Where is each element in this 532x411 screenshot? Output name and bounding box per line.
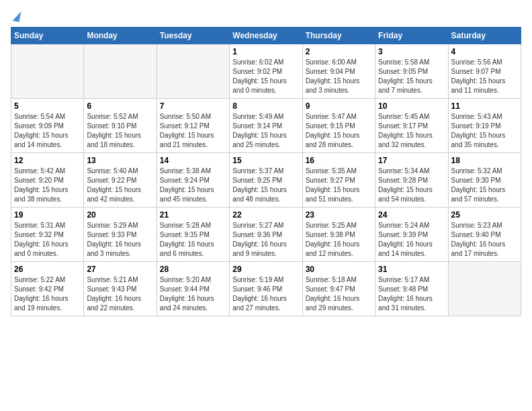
- calendar-cell: 7Sunrise: 5:50 AM Sunset: 9:12 PM Daylig…: [157, 99, 229, 153]
- day-number: 27: [87, 265, 153, 274]
- day-number: 30: [306, 265, 372, 274]
- calendar-cell: 31Sunrise: 5:17 AM Sunset: 9:48 PM Dayli…: [375, 262, 448, 316]
- day-info: Sunrise: 5:19 AM Sunset: 9:46 PM Dayligh…: [232, 275, 299, 313]
- day-number: 19: [14, 210, 81, 220]
- day-number: 9: [306, 101, 372, 111]
- day-number: 20: [87, 210, 153, 220]
- day-info: Sunrise: 5:17 AM Sunset: 9:48 PM Dayligh…: [378, 275, 445, 313]
- day-number: 3: [378, 47, 445, 56]
- day-number: 29: [232, 265, 299, 274]
- day-number: 25: [451, 210, 518, 220]
- day-number: 17: [378, 156, 445, 165]
- day-number: 1: [232, 47, 299, 56]
- day-number: 10: [378, 101, 445, 111]
- calendar-cell: 17Sunrise: 5:34 AM Sunset: 9:28 PM Dayli…: [375, 153, 448, 208]
- day-number: 23: [306, 210, 372, 220]
- calendar-cell: 30Sunrise: 5:18 AM Sunset: 9:47 PM Dayli…: [302, 262, 375, 316]
- day-info: Sunrise: 5:34 AM Sunset: 9:28 PM Dayligh…: [378, 167, 445, 204]
- day-number: 28: [160, 265, 226, 274]
- day-number: 11: [451, 101, 518, 111]
- calendar-cell: 8Sunrise: 5:49 AM Sunset: 9:14 PM Daylig…: [230, 99, 302, 153]
- calendar-cell: 1Sunrise: 6:02 AM Sunset: 9:02 PM Daylig…: [230, 44, 302, 99]
- day-info: Sunrise: 5:58 AM Sunset: 9:05 PM Dayligh…: [378, 58, 445, 95]
- day-info: Sunrise: 5:20 AM Sunset: 9:44 PM Dayligh…: [160, 275, 226, 313]
- day-info: Sunrise: 5:23 AM Sunset: 9:40 PM Dayligh…: [451, 221, 518, 259]
- calendar-cell: 18Sunrise: 5:32 AM Sunset: 9:30 PM Dayli…: [448, 153, 521, 208]
- day-info: Sunrise: 6:00 AM Sunset: 9:04 PM Dayligh…: [306, 58, 372, 95]
- calendar-week-1: 1Sunrise: 6:02 AM Sunset: 9:02 PM Daylig…: [11, 44, 521, 99]
- day-info: Sunrise: 5:56 AM Sunset: 9:07 PM Dayligh…: [451, 58, 518, 95]
- day-number: 8: [232, 101, 299, 111]
- day-number: 15: [232, 156, 299, 165]
- day-info: Sunrise: 5:49 AM Sunset: 9:14 PM Dayligh…: [232, 112, 299, 150]
- day-number: 7: [160, 101, 226, 111]
- logo: [11, 11, 20, 21]
- day-number: 31: [378, 265, 445, 274]
- day-number: 21: [160, 210, 226, 220]
- calendar-header-row: SundayMondayTuesdayWednesdayThursdayFrid…: [11, 28, 521, 44]
- day-info: Sunrise: 5:21 AM Sunset: 9:43 PM Dayligh…: [87, 275, 153, 313]
- day-info: Sunrise: 5:31 AM Sunset: 9:32 PM Dayligh…: [14, 221, 81, 259]
- day-info: Sunrise: 5:27 AM Sunset: 9:36 PM Dayligh…: [232, 221, 299, 259]
- calendar-cell: 20Sunrise: 5:29 AM Sunset: 9:33 PM Dayli…: [84, 208, 157, 262]
- calendar-cell: 24Sunrise: 5:24 AM Sunset: 9:39 PM Dayli…: [375, 208, 448, 262]
- day-number: 4: [451, 47, 518, 56]
- col-header-wednesday: Wednesday: [230, 28, 302, 44]
- calendar-week-3: 12Sunrise: 5:42 AM Sunset: 9:20 PM Dayli…: [11, 153, 521, 208]
- calendar-cell: 13Sunrise: 5:40 AM Sunset: 9:22 PM Dayli…: [84, 153, 157, 208]
- page-header: [11, 11, 521, 21]
- day-info: Sunrise: 5:18 AM Sunset: 9:47 PM Dayligh…: [306, 275, 372, 313]
- calendar-week-5: 26Sunrise: 5:22 AM Sunset: 9:42 PM Dayli…: [11, 262, 521, 316]
- day-info: Sunrise: 5:37 AM Sunset: 9:25 PM Dayligh…: [232, 167, 299, 204]
- day-number: 16: [306, 156, 372, 165]
- calendar-cell: 29Sunrise: 5:19 AM Sunset: 9:46 PM Dayli…: [230, 262, 302, 316]
- day-info: Sunrise: 5:42 AM Sunset: 9:20 PM Dayligh…: [14, 167, 81, 204]
- calendar-cell: 14Sunrise: 5:38 AM Sunset: 9:24 PM Dayli…: [157, 153, 229, 208]
- col-header-tuesday: Tuesday: [157, 28, 229, 44]
- day-info: Sunrise: 5:38 AM Sunset: 9:24 PM Dayligh…: [160, 167, 226, 204]
- calendar-cell: [11, 44, 84, 99]
- day-info: Sunrise: 5:40 AM Sunset: 9:22 PM Dayligh…: [87, 167, 153, 204]
- day-number: 18: [451, 156, 518, 165]
- day-number: 5: [14, 101, 81, 111]
- day-number: 13: [87, 156, 153, 165]
- day-info: Sunrise: 6:02 AM Sunset: 9:02 PM Dayligh…: [232, 58, 299, 95]
- calendar-cell: 2Sunrise: 6:00 AM Sunset: 9:04 PM Daylig…: [302, 44, 375, 99]
- col-header-sunday: Sunday: [11, 28, 84, 44]
- day-number: 24: [378, 210, 445, 220]
- calendar-cell: 10Sunrise: 5:45 AM Sunset: 9:17 PM Dayli…: [375, 99, 448, 153]
- day-number: 6: [87, 101, 153, 111]
- calendar-cell: 9Sunrise: 5:47 AM Sunset: 9:15 PM Daylig…: [302, 99, 375, 153]
- day-info: Sunrise: 5:29 AM Sunset: 9:33 PM Dayligh…: [87, 221, 153, 259]
- day-info: Sunrise: 5:52 AM Sunset: 9:10 PM Dayligh…: [87, 112, 153, 150]
- day-number: 14: [160, 156, 226, 165]
- calendar-table: SundayMondayTuesdayWednesdayThursdayFrid…: [11, 27, 521, 316]
- day-info: Sunrise: 5:32 AM Sunset: 9:30 PM Dayligh…: [451, 167, 518, 204]
- calendar-cell: 11Sunrise: 5:43 AM Sunset: 9:19 PM Dayli…: [448, 99, 521, 153]
- calendar-week-2: 5Sunrise: 5:54 AM Sunset: 9:09 PM Daylig…: [11, 99, 521, 153]
- calendar-cell: 21Sunrise: 5:28 AM Sunset: 9:35 PM Dayli…: [157, 208, 229, 262]
- calendar-cell: 22Sunrise: 5:27 AM Sunset: 9:36 PM Dayli…: [230, 208, 302, 262]
- calendar-cell: [84, 44, 157, 99]
- calendar-cell: 16Sunrise: 5:35 AM Sunset: 9:27 PM Dayli…: [302, 153, 375, 208]
- day-number: 2: [306, 47, 372, 56]
- col-header-thursday: Thursday: [302, 28, 375, 44]
- day-info: Sunrise: 5:28 AM Sunset: 9:35 PM Dayligh…: [160, 221, 226, 259]
- col-header-saturday: Saturday: [448, 28, 521, 44]
- day-info: Sunrise: 5:24 AM Sunset: 9:39 PM Dayligh…: [378, 221, 445, 259]
- day-info: Sunrise: 5:43 AM Sunset: 9:19 PM Dayligh…: [451, 112, 518, 150]
- calendar-cell: 25Sunrise: 5:23 AM Sunset: 9:40 PM Dayli…: [448, 208, 521, 262]
- day-number: 26: [14, 265, 81, 274]
- calendar-cell: 3Sunrise: 5:58 AM Sunset: 9:05 PM Daylig…: [375, 44, 448, 99]
- day-number: 22: [232, 210, 299, 220]
- day-info: Sunrise: 5:50 AM Sunset: 9:12 PM Dayligh…: [160, 112, 226, 150]
- calendar-cell: 4Sunrise: 5:56 AM Sunset: 9:07 PM Daylig…: [448, 44, 521, 99]
- calendar-cell: 23Sunrise: 5:25 AM Sunset: 9:38 PM Dayli…: [302, 208, 375, 262]
- calendar-cell: 6Sunrise: 5:52 AM Sunset: 9:10 PM Daylig…: [84, 99, 157, 153]
- day-number: 12: [14, 156, 81, 165]
- calendar-week-4: 19Sunrise: 5:31 AM Sunset: 9:32 PM Dayli…: [11, 208, 521, 262]
- day-info: Sunrise: 5:25 AM Sunset: 9:38 PM Dayligh…: [306, 221, 372, 259]
- day-info: Sunrise: 5:45 AM Sunset: 9:17 PM Dayligh…: [378, 112, 445, 150]
- calendar-cell: 28Sunrise: 5:20 AM Sunset: 9:44 PM Dayli…: [157, 262, 229, 316]
- day-info: Sunrise: 5:35 AM Sunset: 9:27 PM Dayligh…: [306, 167, 372, 204]
